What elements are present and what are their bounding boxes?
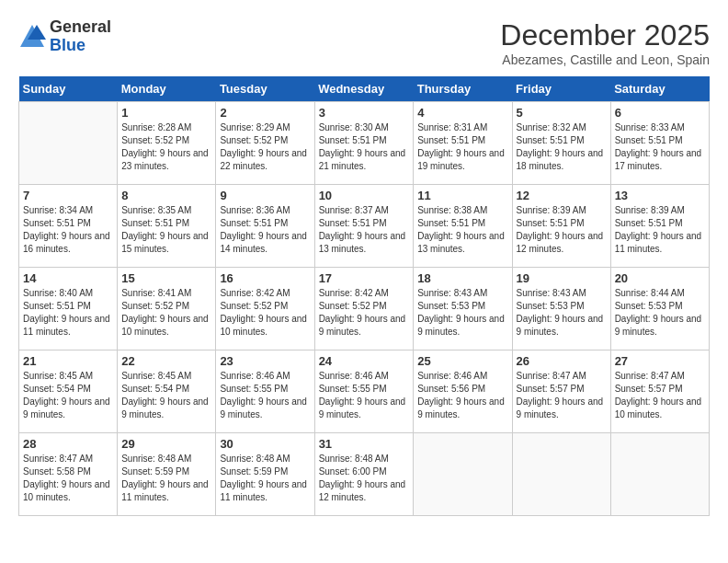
location-text: Abezames, Castille and Leon, Spain <box>500 52 710 67</box>
calendar-cell: 28Sunrise: 8:47 AMSunset: 5:58 PMDayligh… <box>19 433 118 516</box>
calendar-cell: 31Sunrise: 8:48 AMSunset: 6:00 PMDayligh… <box>314 433 414 516</box>
day-info: Sunrise: 8:42 AMSunset: 5:52 PMDaylight:… <box>319 287 410 339</box>
day-info: Sunrise: 8:44 AMSunset: 5:53 PMDaylight:… <box>615 287 705 339</box>
calendar-cell: 13Sunrise: 8:39 AMSunset: 5:51 PMDayligh… <box>610 185 709 268</box>
calendar-cell: 20Sunrise: 8:44 AMSunset: 5:53 PMDayligh… <box>610 268 709 350</box>
day-number: 13 <box>615 189 705 202</box>
calendar-cell: 11Sunrise: 8:38 AMSunset: 5:51 PMDayligh… <box>414 185 512 268</box>
day-number: 23 <box>220 354 310 368</box>
calendar-cell: 30Sunrise: 8:48 AMSunset: 5:59 PMDayligh… <box>216 433 314 516</box>
day-info: Sunrise: 8:47 AMSunset: 5:58 PMDaylight:… <box>23 453 113 504</box>
day-number: 5 <box>517 106 607 120</box>
calendar-cell: 22Sunrise: 8:45 AMSunset: 5:54 PMDayligh… <box>118 350 216 433</box>
month-title: December 2025 <box>500 18 710 52</box>
calendar-cell: 1Sunrise: 8:28 AMSunset: 5:52 PMDaylight… <box>118 102 216 185</box>
day-info: Sunrise: 8:35 AMSunset: 5:51 PMDaylight:… <box>121 204 211 256</box>
day-number: 3 <box>319 106 410 120</box>
calendar-cell: 15Sunrise: 8:41 AMSunset: 5:52 PMDayligh… <box>118 268 216 350</box>
day-info: Sunrise: 8:38 AMSunset: 5:51 PMDaylight:… <box>417 204 507 256</box>
day-info: Sunrise: 8:33 AMSunset: 5:51 PMDaylight:… <box>615 121 705 173</box>
week-row-2: 7Sunrise: 8:34 AMSunset: 5:51 PMDaylight… <box>19 185 710 268</box>
calendar-cell: 8Sunrise: 8:35 AMSunset: 5:51 PMDaylight… <box>118 185 216 268</box>
calendar-cell <box>19 102 118 185</box>
weekday-header-monday: Monday <box>118 76 216 102</box>
day-info: Sunrise: 8:36 AMSunset: 5:51 PMDaylight:… <box>220 204 310 256</box>
day-number: 8 <box>121 189 211 202</box>
day-info: Sunrise: 8:32 AMSunset: 5:51 PMDaylight:… <box>517 121 607 173</box>
calendar-cell: 19Sunrise: 8:43 AMSunset: 5:53 PMDayligh… <box>512 268 610 350</box>
day-number: 31 <box>319 437 410 451</box>
day-info: Sunrise: 8:40 AMSunset: 5:51 PMDaylight:… <box>23 287 113 339</box>
day-number: 9 <box>220 189 310 202</box>
calendar-cell: 3Sunrise: 8:30 AMSunset: 5:51 PMDaylight… <box>314 102 414 185</box>
page-header: General Blue December 2025 Abezames, Cas… <box>18 18 710 67</box>
calendar-cell: 10Sunrise: 8:37 AMSunset: 5:51 PMDayligh… <box>314 185 414 268</box>
day-number: 24 <box>319 354 410 368</box>
calendar-cell <box>414 433 512 516</box>
calendar-cell: 23Sunrise: 8:46 AMSunset: 5:55 PMDayligh… <box>216 350 314 433</box>
weekday-header-wednesday: Wednesday <box>314 76 414 102</box>
day-number: 4 <box>417 106 507 120</box>
day-number: 14 <box>23 271 113 285</box>
day-number: 26 <box>517 354 607 368</box>
day-number: 20 <box>615 271 705 285</box>
day-info: Sunrise: 8:39 AMSunset: 5:51 PMDaylight:… <box>615 204 705 256</box>
calendar-cell: 26Sunrise: 8:47 AMSunset: 5:57 PMDayligh… <box>512 350 610 433</box>
day-number: 12 <box>517 189 607 202</box>
day-info: Sunrise: 8:30 AMSunset: 5:51 PMDaylight:… <box>319 121 410 173</box>
calendar-cell: 18Sunrise: 8:43 AMSunset: 5:53 PMDayligh… <box>414 268 512 350</box>
day-number: 11 <box>417 189 507 202</box>
title-area: December 2025 Abezames, Castille and Leo… <box>500 18 710 67</box>
logo-blue-text: Blue <box>50 36 85 54</box>
weekday-header-friday: Friday <box>512 76 610 102</box>
calendar-cell: 29Sunrise: 8:48 AMSunset: 5:59 PMDayligh… <box>118 433 216 516</box>
day-info: Sunrise: 8:47 AMSunset: 5:57 PMDaylight:… <box>615 370 705 421</box>
day-info: Sunrise: 8:45 AMSunset: 5:54 PMDaylight:… <box>121 370 211 421</box>
weekday-header-sunday: Sunday <box>19 76 118 102</box>
logo: General Blue <box>18 18 111 55</box>
day-number: 15 <box>121 271 211 285</box>
calendar-cell: 5Sunrise: 8:32 AMSunset: 5:51 PMDaylight… <box>512 102 610 185</box>
calendar-cell: 24Sunrise: 8:46 AMSunset: 5:55 PMDayligh… <box>314 350 414 433</box>
day-info: Sunrise: 8:48 AMSunset: 6:00 PMDaylight:… <box>319 453 410 504</box>
calendar-cell <box>512 433 610 516</box>
day-info: Sunrise: 8:39 AMSunset: 5:51 PMDaylight:… <box>517 204 607 256</box>
day-info: Sunrise: 8:46 AMSunset: 5:55 PMDaylight:… <box>319 370 410 421</box>
calendar-cell <box>610 433 709 516</box>
week-row-3: 14Sunrise: 8:40 AMSunset: 5:51 PMDayligh… <box>19 268 710 350</box>
calendar-cell: 25Sunrise: 8:46 AMSunset: 5:56 PMDayligh… <box>414 350 512 433</box>
day-info: Sunrise: 8:42 AMSunset: 5:52 PMDaylight:… <box>220 287 310 339</box>
calendar-cell: 2Sunrise: 8:29 AMSunset: 5:52 PMDaylight… <box>216 102 314 185</box>
day-number: 16 <box>220 271 310 285</box>
day-info: Sunrise: 8:43 AMSunset: 5:53 PMDaylight:… <box>417 287 507 339</box>
day-number: 7 <box>23 189 113 202</box>
day-info: Sunrise: 8:48 AMSunset: 5:59 PMDaylight:… <box>121 453 211 504</box>
weekday-header-saturday: Saturday <box>610 76 709 102</box>
day-info: Sunrise: 8:46 AMSunset: 5:55 PMDaylight:… <box>220 370 310 421</box>
calendar-cell: 7Sunrise: 8:34 AMSunset: 5:51 PMDaylight… <box>19 185 118 268</box>
day-info: Sunrise: 8:43 AMSunset: 5:53 PMDaylight:… <box>517 287 607 339</box>
logo-general-text: General <box>50 17 111 36</box>
day-info: Sunrise: 8:46 AMSunset: 5:56 PMDaylight:… <box>417 370 507 421</box>
calendar-cell: 4Sunrise: 8:31 AMSunset: 5:51 PMDaylight… <box>414 102 512 185</box>
calendar-cell: 6Sunrise: 8:33 AMSunset: 5:51 PMDaylight… <box>610 102 709 185</box>
day-number: 27 <box>615 354 705 368</box>
day-number: 19 <box>517 271 607 285</box>
day-number: 28 <box>23 437 113 451</box>
weekday-header-tuesday: Tuesday <box>216 76 314 102</box>
day-info: Sunrise: 8:41 AMSunset: 5:52 PMDaylight:… <box>121 287 211 339</box>
day-info: Sunrise: 8:28 AMSunset: 5:52 PMDaylight:… <box>121 121 211 173</box>
day-number: 22 <box>121 354 211 368</box>
day-number: 21 <box>23 354 113 368</box>
day-number: 17 <box>319 271 410 285</box>
day-number: 29 <box>121 437 211 451</box>
weekday-header-thursday: Thursday <box>414 76 512 102</box>
calendar-table: SundayMondayTuesdayWednesdayThursdayFrid… <box>18 76 710 516</box>
day-info: Sunrise: 8:34 AMSunset: 5:51 PMDaylight:… <box>23 204 113 256</box>
day-number: 1 <box>121 106 211 120</box>
day-info: Sunrise: 8:47 AMSunset: 5:57 PMDaylight:… <box>517 370 607 421</box>
week-row-5: 28Sunrise: 8:47 AMSunset: 5:58 PMDayligh… <box>19 433 710 516</box>
day-number: 25 <box>417 354 507 368</box>
week-row-1: 1Sunrise: 8:28 AMSunset: 5:52 PMDaylight… <box>19 102 710 185</box>
day-info: Sunrise: 8:45 AMSunset: 5:54 PMDaylight:… <box>23 370 113 421</box>
